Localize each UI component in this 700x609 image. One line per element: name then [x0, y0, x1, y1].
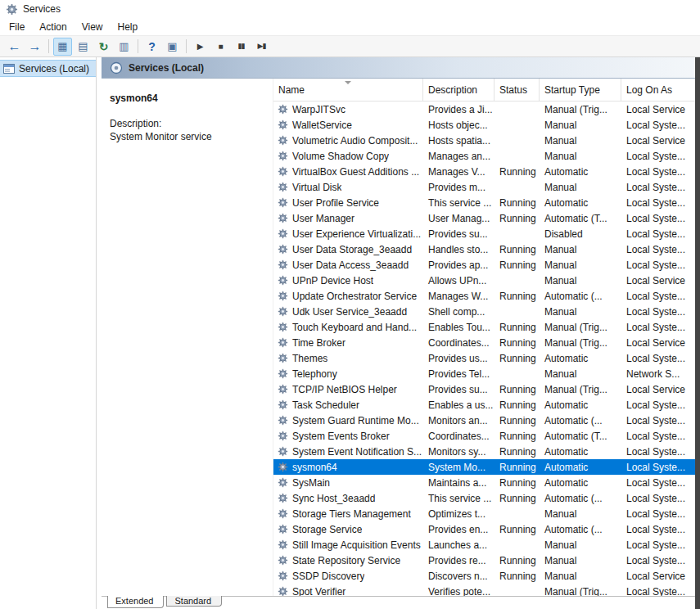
service-row[interactable]: sysmon64 System Mo... Running Automatic … — [273, 459, 700, 475]
snapin-icon — [110, 61, 123, 74]
service-row[interactable]: System Events Broker Coordinates... Runn… — [273, 428, 700, 444]
window-title: Services — [23, 3, 61, 15]
menu-help[interactable]: Help — [111, 20, 146, 34]
tab-extended[interactable]: Extended — [107, 596, 164, 608]
show-console-tree-icon[interactable]: ▦ — [53, 38, 72, 56]
service-row[interactable]: SysMain Maintains a... Running Automatic… — [273, 475, 700, 490]
menu-view[interactable]: View — [75, 20, 111, 34]
column-header-log-on-as[interactable]: Log On As — [621, 79, 700, 101]
service-status: Running — [495, 213, 540, 224]
service-row[interactable]: VirtualBox Guest Additions ... Manages V… — [273, 164, 700, 179]
stop-service-icon[interactable]: ■ — [211, 38, 230, 56]
service-row[interactable]: Time Broker Coordinates... Running Manua… — [273, 335, 700, 350]
service-log-on-as: Local Syste... — [621, 120, 700, 131]
service-row[interactable]: System Event Notification S... Monitors … — [273, 444, 700, 459]
titlebar: Services — [0, 0, 700, 18]
service-name-cell: Virtual Disk — [273, 182, 423, 193]
service-log-on-as: Local Syste... — [621, 446, 700, 458]
service-row[interactable]: User Profile Service This service ... Ru… — [273, 195, 700, 210]
service-row[interactable]: Task Scheduler Enables a us... Running A… — [273, 397, 700, 413]
service-description: Provides a Ji... — [423, 104, 495, 115]
column-header-status[interactable]: Status — [495, 79, 540, 101]
service-startup-type: Automatic — [540, 462, 621, 473]
service-description: Provides Tel... — [423, 368, 495, 380]
service-row[interactable]: TCP/IP NetBIOS Helper Provides su... Run… — [273, 381, 700, 397]
service-description: Verifies pote... — [423, 586, 495, 597]
forward-icon[interactable]: → — [25, 38, 44, 56]
service-description: Provides us... — [423, 353, 495, 364]
service-log-on-as: Local Syste... — [621, 586, 700, 597]
service-row[interactable]: Still Image Acquisition Events Launches … — [273, 537, 700, 553]
service-row[interactable]: SSDP Discovery Discovers n... Running Ma… — [273, 568, 700, 584]
tab-standard[interactable]: Standard — [166, 596, 222, 607]
service-log-on-as: Local Syste... — [621, 151, 700, 162]
properties-icon[interactable]: ▤ — [74, 38, 93, 56]
service-status: Running — [495, 571, 540, 582]
service-row[interactable]: WarpJITSvc Provides a Ji... Manual (Trig… — [273, 102, 700, 117]
service-description: Hosts objec... — [423, 120, 495, 131]
column-header-startup-type[interactable]: Startup Type — [540, 79, 621, 101]
service-name: State Repository Service — [292, 555, 400, 566]
service-description: Provides su... — [423, 384, 495, 395]
service-name: Still Image Acquisition Events — [292, 539, 421, 551]
service-name: sysmon64 — [292, 462, 337, 473]
service-row[interactable]: Udk User Service_3eaadd Shell comp... Ma… — [273, 304, 700, 319]
service-row[interactable]: Touch Keyboard and Hand... Enables Tou..… — [273, 319, 700, 335]
service-status: Running — [495, 353, 540, 364]
service-row[interactable]: Storage Tiers Management Optimizes t... … — [273, 506, 700, 521]
service-name-cell: TCP/IP NetBIOS Helper — [273, 384, 423, 395]
service-row[interactable]: User Experience Virtualizati... Provides… — [273, 226, 700, 241]
help-icon[interactable]: ? — [142, 38, 161, 56]
restart-service-icon[interactable]: ▶▮ — [252, 38, 271, 56]
start-service-icon[interactable]: ▶ — [191, 38, 210, 56]
service-name-cell: State Repository Service — [273, 555, 423, 566]
service-row[interactable]: Sync Host_3eaadd This service ... Runnin… — [273, 490, 700, 506]
service-log-on-as: Local Syste... — [621, 353, 700, 364]
back-icon[interactable]: ← — [5, 38, 24, 56]
service-row[interactable]: Virtual Disk Provides m... Manual Local … — [273, 179, 700, 195]
service-name: User Data Access_3eaadd — [292, 259, 409, 271]
service-name: Task Scheduler — [292, 399, 359, 411]
service-gear-icon — [278, 306, 288, 317]
service-name: SysMain — [292, 477, 330, 489]
export-list-icon[interactable]: ▥ — [115, 38, 133, 56]
service-startup-type: Manual — [540, 182, 621, 193]
pause-service-icon[interactable]: ▮▮ — [232, 38, 251, 56]
service-row[interactable]: User Data Storage_3eaadd Handles sto... … — [273, 241, 700, 257]
service-row[interactable]: Spot Verifier Verifies pote... Manual (T… — [273, 584, 700, 596]
service-log-on-as: Local Service — [621, 104, 700, 115]
context-help-icon[interactable]: ▣ — [163, 38, 182, 56]
service-row[interactable]: Themes Provides us... Running Automatic … — [273, 350, 700, 366]
service-gear-icon — [278, 399, 288, 410]
tree-item-services-local[interactable]: Services (Local) — [0, 60, 96, 77]
vertical-scrollbar[interactable] — [695, 57, 700, 609]
service-row[interactable]: Telephony Provides Tel... Manual Network… — [273, 366, 700, 381]
service-name: Virtual Disk — [292, 182, 341, 193]
service-name-cell: Udk User Service_3eaadd — [273, 306, 423, 318]
service-status: Running — [495, 322, 540, 333]
service-row[interactable]: State Repository Service Provides re... … — [273, 553, 700, 568]
service-name-cell: WalletService — [273, 120, 423, 131]
service-name-cell: Spot Verifier — [273, 586, 423, 597]
service-row[interactable]: UPnP Device Host Allows UPn... Manual Lo… — [273, 273, 700, 288]
view-tabs: Extended Standard — [102, 596, 700, 609]
service-row[interactable]: WalletService Hosts objec... Manual Loca… — [273, 117, 700, 133]
service-row[interactable]: User Manager User Manag... Running Autom… — [273, 210, 700, 226]
refresh-icon[interactable]: ↻ — [94, 38, 113, 56]
service-status: Running — [495, 166, 540, 178]
service-row[interactable]: User Data Access_3eaadd Provides ap... R… — [273, 257, 700, 273]
service-row[interactable]: Update Orchestrator Service Manages W...… — [273, 288, 700, 304]
service-row[interactable]: Volumetric Audio Composit... Hosts spati… — [273, 133, 700, 148]
sort-descending-icon — [345, 81, 351, 84]
service-row[interactable]: Storage Service Provides en... Running A… — [273, 521, 700, 537]
service-row[interactable]: System Guard Runtime Mo... Monitors an..… — [273, 413, 700, 428]
service-gear-icon — [278, 228, 288, 239]
column-header-name[interactable]: Name — [273, 79, 423, 101]
tree-item-label: Services (Local) — [19, 63, 89, 74]
menu-file[interactable]: File — [2, 20, 32, 34]
service-log-on-as: Local Syste... — [621, 197, 700, 209]
service-gear-icon — [278, 322, 288, 332]
column-header-description[interactable]: Description — [423, 79, 495, 101]
menu-action[interactable]: Action — [32, 20, 74, 34]
service-row[interactable]: Volume Shadow Copy Manages an... Manual … — [273, 148, 700, 164]
